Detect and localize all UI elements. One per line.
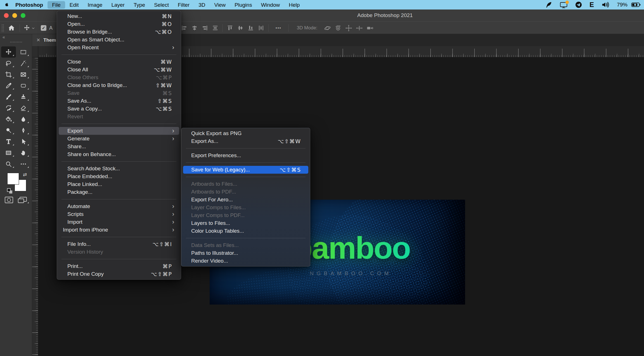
menu-item[interactable]: Open Recent ›	[59, 44, 179, 51]
battery-icon[interactable]	[631, 1, 641, 8]
3d-slide-icon[interactable]	[356, 24, 363, 32]
pen-tool[interactable]	[16, 125, 31, 136]
align-right-icon[interactable]	[202, 25, 208, 31]
hand-tool[interactable]	[16, 147, 31, 158]
menu-item[interactable]: Place Linked...	[59, 180, 179, 188]
menubar-item-layer[interactable]: Layer	[107, 1, 129, 9]
display-status-wrap[interactable]	[560, 1, 568, 8]
more-options-icon[interactable]: •••	[276, 26, 281, 30]
window-close-button[interactable]	[4, 13, 9, 18]
menubar-item-photoshop[interactable]: Photoshop	[11, 1, 48, 9]
window-minimize-button[interactable]	[12, 13, 17, 18]
e-menu-icon[interactable]: E	[589, 1, 594, 9]
menu-item[interactable]: Export For Aero...	[183, 196, 308, 204]
magic-wand-tool[interactable]	[16, 58, 31, 69]
apple-menu-icon[interactable]	[4, 2, 10, 8]
distribute-horizontal-icon[interactable]	[212, 25, 218, 31]
menu-item[interactable]: New... ⌘N	[59, 12, 179, 20]
clone-stamp-tool[interactable]	[16, 91, 31, 102]
align-center-horizontal-icon[interactable]	[191, 25, 198, 31]
menubar-item-type[interactable]: Type	[129, 1, 150, 9]
menu-item[interactable]: Share on Behance...	[59, 150, 179, 158]
menu-item[interactable]: Save ⌘S	[59, 89, 179, 97]
menubar-item-select[interactable]: Select	[150, 1, 173, 9]
foreground-color-swatch[interactable]	[7, 173, 19, 185]
dodge-tool[interactable]	[1, 125, 16, 136]
menubar-item-view[interactable]: View	[210, 1, 230, 9]
menu-item[interactable]: Color Lookup Tables...	[183, 227, 308, 235]
tab-close-icon[interactable]: ✕	[36, 37, 40, 43]
eraser-tool[interactable]	[16, 102, 31, 114]
menu-item[interactable]: Layers to Files...	[183, 219, 308, 227]
menu-item[interactable]: Automate ›	[59, 202, 179, 210]
menu-item[interactable]: Quick Export as PNG	[183, 129, 308, 137]
menu-item[interactable]: Save a Copy... ⌥⌘S	[59, 105, 179, 113]
menu-item[interactable]: Close All ⌥⌘W	[59, 66, 179, 74]
auto-select-checkbox[interactable]: ✓	[41, 25, 46, 31]
menubar-item-filter[interactable]: Filter	[173, 1, 194, 9]
chevron-down-icon[interactable]	[31, 26, 35, 30]
distribute-vertical-icon[interactable]	[258, 25, 264, 31]
patch-tool[interactable]	[16, 80, 31, 91]
menubar-item-3d[interactable]: 3D	[194, 1, 210, 9]
edit-toolbar-button[interactable]	[16, 158, 31, 169]
menu-item[interactable]: Place Embedded...	[59, 173, 179, 180]
menubar-item-plugins[interactable]: Plugins	[230, 1, 256, 9]
rectangle-tool[interactable]	[1, 147, 16, 158]
tools-panel-grip[interactable]	[10, 41, 22, 43]
menu-item[interactable]: Layer Comps to PDF...	[183, 211, 308, 219]
menu-item[interactable]: Save As... ⇧⌘S	[59, 97, 179, 105]
menu-item[interactable]: Artboards to Files...	[183, 180, 308, 188]
window-zoom-button[interactable]	[21, 13, 25, 18]
menu-item[interactable]: Revert	[59, 113, 179, 121]
blur-tool[interactable]	[16, 114, 31, 125]
menu-item[interactable]: Search Adobe Stock...	[59, 165, 179, 173]
menu-item[interactable]: Import from iPhone ›	[59, 226, 179, 234]
menu-item[interactable]: Import ›	[59, 218, 179, 226]
menu-item[interactable]: Generate ›	[59, 135, 179, 143]
menu-item[interactable]: Print One Copy ⌥⇧⌘P	[59, 270, 179, 278]
options-bar-grip[interactable]	[1, 24, 4, 32]
menubar-item-window[interactable]: Window	[257, 1, 285, 9]
brush-tool[interactable]	[1, 91, 16, 102]
feather-icon[interactable]	[545, 1, 552, 8]
menu-item[interactable]: Export Preferences...	[183, 152, 308, 159]
menu-item[interactable]: Share...	[59, 143, 179, 150]
menu-item[interactable]: Open... ⌘O	[59, 20, 179, 28]
menu-item[interactable]: Layer Comps to Files...	[183, 204, 308, 211]
menubar-item-help[interactable]: Help	[284, 1, 304, 9]
menu-item[interactable]: Package...	[59, 188, 179, 196]
speaker-icon[interactable]	[602, 1, 609, 8]
3d-camera-icon[interactable]	[366, 24, 374, 32]
menu-item[interactable]: Open as Smart Object...	[59, 36, 179, 44]
align-top-icon[interactable]	[227, 25, 233, 31]
rectangular-marquee-tool[interactable]	[16, 46, 31, 58]
align-bottom-icon[interactable]	[248, 25, 254, 31]
eyedropper-tool[interactable]	[1, 80, 16, 91]
menu-item[interactable]: Export As... ⌥⇧⌘W	[183, 137, 308, 145]
menubar-item-image[interactable]: Image	[83, 1, 107, 9]
align-middle-icon[interactable]	[237, 25, 243, 31]
3d-orbit-icon[interactable]	[324, 24, 331, 32]
telegram-icon[interactable]	[575, 1, 582, 8]
menu-item[interactable]: Close Others ⌥⌘P	[59, 74, 179, 81]
slice-tool[interactable]	[16, 69, 31, 80]
3d-roll-icon[interactable]	[334, 24, 342, 32]
menu-item[interactable]: Artboards to PDF...	[183, 188, 308, 196]
menu-item[interactable]: Export ›	[59, 127, 179, 135]
menu-item[interactable]: Paths to Illustrator...	[183, 249, 308, 257]
screen-mode-icon[interactable]	[17, 196, 27, 204]
menu-item[interactable]: Render Video...	[183, 257, 308, 265]
lasso-tool[interactable]	[1, 58, 16, 69]
menu-item[interactable]: File Info... ⌥⇧⌘I	[59, 240, 179, 248]
paint-bucket-tool[interactable]	[1, 114, 16, 125]
menu-item[interactable]: Browse in Bridge... ⌥⌘O	[59, 28, 179, 36]
quick-mask-icon[interactable]	[4, 196, 13, 204]
swap-colors-icon[interactable]: ⇄	[23, 172, 27, 178]
menu-item[interactable]: Save for Web (Legacy)... ⌥⇧⌘S	[183, 166, 308, 174]
menu-item[interactable]: Print... ⌘P	[59, 262, 179, 270]
zoom-tool[interactable]	[1, 158, 16, 169]
menu-item[interactable]: Close ⌘W	[59, 58, 179, 66]
menu-item[interactable]: Data Sets as Files...	[183, 241, 308, 249]
move-tool[interactable]	[1, 46, 16, 58]
